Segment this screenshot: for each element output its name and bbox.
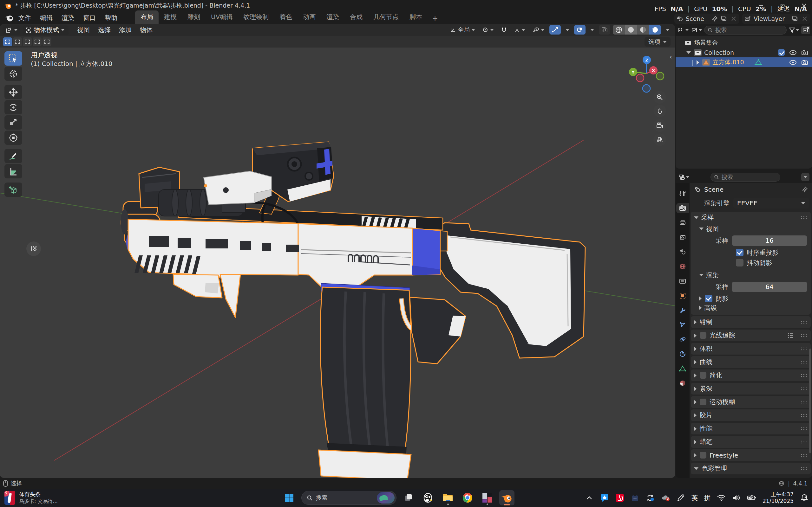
tab-modifiers[interactable] — [676, 305, 689, 315]
hide-eye-icon[interactable] — [789, 60, 797, 65]
transform-orientation-button[interactable]: 全局 — [448, 25, 477, 35]
shading-dropdown[interactable] — [664, 25, 672, 35]
panel-sampling-header[interactable]: 采样 — [691, 212, 811, 223]
panel-depth-of-field[interactable]: 景深 — [691, 383, 811, 395]
shading-rendered-button[interactable] — [649, 25, 661, 35]
tool-annotate[interactable] — [4, 149, 22, 163]
tool-select-box[interactable] — [4, 51, 22, 66]
disable-render-camera-icon[interactable] — [801, 50, 808, 55]
battery-icon[interactable] — [747, 493, 756, 502]
tab-shading[interactable]: 着色 — [274, 10, 298, 24]
ime-pinyin-indicator[interactable]: 拼 — [704, 494, 711, 502]
panel-clamping[interactable]: 钳制 — [691, 316, 811, 328]
expand-icon[interactable] — [687, 51, 691, 54]
tab-layout[interactable]: 布局 — [135, 10, 159, 24]
tab-constraints[interactable] — [676, 334, 689, 344]
menu-add[interactable]: 添加 — [115, 26, 136, 34]
select-mode-new[interactable] — [3, 38, 12, 46]
visibility-button[interactable] — [530, 25, 547, 35]
gizmos-dropdown[interactable] — [563, 25, 571, 35]
shadows-checkbox[interactable] — [705, 295, 712, 302]
motion-blur-checkbox[interactable] — [700, 399, 706, 405]
outliner-search-input[interactable] — [715, 26, 783, 33]
tab-geometry-nodes[interactable]: 几何节点 — [368, 10, 404, 24]
photos-app-icon[interactable] — [479, 490, 495, 505]
panel-simplify[interactable]: 简化 — [691, 370, 811, 381]
tab-world[interactable] — [676, 262, 689, 272]
tab-tool[interactable] — [676, 188, 689, 199]
menu-file[interactable]: 文件 — [14, 12, 36, 23]
menu-window[interactable]: 窗口 — [79, 12, 100, 23]
scene-selector[interactable]: Scene — [674, 14, 739, 24]
tool-cursor[interactable] — [4, 66, 22, 81]
raytracing-checkbox[interactable] — [700, 332, 706, 339]
tab-uv-editing[interactable]: UV编辑 — [206, 10, 238, 24]
panel-motion-blur[interactable]: 运动模糊 — [691, 396, 811, 408]
outliner-row-object[interactable]: | 立方体.010 — [676, 57, 812, 67]
subpanel-render-header[interactable]: 渲染 — [691, 270, 811, 280]
outliner-row-scene-collection[interactable]: 场景集合 — [676, 38, 812, 48]
add-workspace-button[interactable]: + — [427, 12, 442, 24]
camera-view-button[interactable] — [653, 119, 666, 132]
cat-tray-icon[interactable] — [630, 493, 640, 502]
tab-view-layer[interactable] — [676, 232, 689, 242]
tab-animation[interactable]: 动画 — [298, 10, 321, 24]
viewlayer-selector[interactable]: ViewLayer — [742, 14, 810, 24]
temporal-reprojection-checkbox[interactable] — [736, 249, 744, 257]
tool-scale[interactable] — [4, 115, 22, 130]
tool-transform[interactable] — [4, 130, 22, 145]
collection-checkbox[interactable] — [778, 49, 785, 56]
expand-icon[interactable] — [697, 60, 699, 65]
overlays-dropdown[interactable] — [588, 25, 596, 35]
sidebar-collapse-icon[interactable]: ‹ — [667, 52, 674, 61]
tool-move[interactable] — [4, 85, 22, 99]
tab-texture-paint[interactable]: 纹理绘制 — [238, 10, 274, 24]
tab-rendering[interactable]: 渲染 — [321, 10, 345, 24]
tab-physics[interactable] — [676, 349, 689, 359]
drag-grip-icon[interactable] — [801, 334, 808, 337]
rifle-model[interactable] — [0, 48, 675, 478]
pin-icon[interactable] — [801, 186, 808, 193]
ortho-toggle-button[interactable] — [653, 133, 666, 146]
blender-menu-icon[interactable] — [4, 14, 14, 22]
pivot-point-button[interactable] — [480, 25, 496, 35]
tab-modeling[interactable]: 建模 — [159, 10, 182, 24]
tab-object-data[interactable] — [676, 363, 689, 374]
menu-render[interactable]: 渲染 — [57, 12, 79, 23]
new-collection-button[interactable] — [801, 26, 810, 34]
ime-indicator-button[interactable] — [26, 241, 41, 256]
xray-toggle[interactable] — [599, 25, 610, 35]
task-view-button[interactable] — [401, 490, 416, 505]
properties-search-input[interactable] — [722, 174, 777, 180]
editor-type-button[interactable] — [3, 25, 20, 35]
menu-help[interactable]: 帮助 — [100, 12, 122, 23]
panel-color-management[interactable]: 色彩管理 — [691, 463, 811, 474]
shading-wireframe-button[interactable] — [613, 25, 625, 35]
tab-material[interactable] — [676, 378, 689, 388]
mode-selector[interactable]: 物体模式 — [23, 25, 68, 35]
pen-tray-icon[interactable] — [676, 493, 685, 502]
options-button[interactable]: 选项 — [645, 37, 670, 47]
taskbar-search[interactable]: 搜索 — [301, 491, 397, 505]
tool-rotate[interactable] — [4, 100, 22, 114]
star-chat-tray-icon[interactable] — [600, 493, 609, 502]
disable-render-camera-icon[interactable] — [801, 60, 808, 65]
viewport-samples-slider[interactable]: 16 — [732, 235, 807, 246]
tab-object[interactable] — [676, 291, 689, 301]
news-widget[interactable]: 3 体育头条 乌多卡: 交易得... — [4, 491, 100, 505]
simplify-checkbox[interactable] — [700, 372, 706, 379]
render-samples-slider[interactable]: 64 — [732, 282, 807, 292]
properties-editor-type-button[interactable] — [678, 174, 690, 181]
gizmos-toggle[interactable] — [549, 25, 561, 35]
select-mode-intersect[interactable] — [43, 38, 51, 46]
ime-latin-indicator[interactable]: 英 — [692, 494, 698, 502]
outliner-filter-image-button[interactable] — [691, 26, 702, 34]
shading-material-button[interactable] — [637, 25, 649, 35]
outliner-display-mode-button[interactable] — [677, 26, 689, 34]
panel-film[interactable]: 胶片 — [691, 409, 811, 421]
panel-curves[interactable]: 曲线 — [691, 356, 811, 368]
tray-expand-icon[interactable] — [585, 493, 594, 502]
volume-icon[interactable] — [732, 493, 741, 502]
menu-edit[interactable]: 编辑 — [36, 12, 57, 23]
panel-volumes[interactable]: 体积 — [691, 343, 811, 354]
